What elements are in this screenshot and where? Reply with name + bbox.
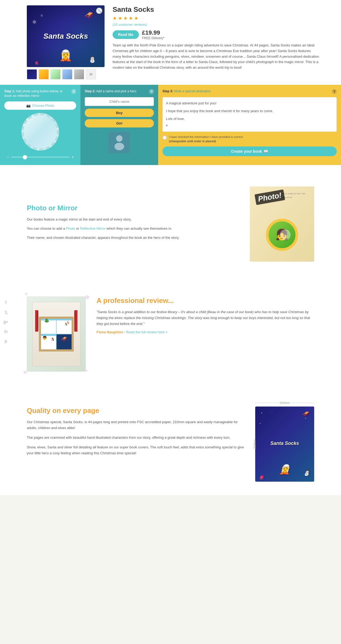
author-separator: -	[124, 330, 126, 334]
book-title-overlay: Santa Socks	[43, 32, 88, 41]
product-images: 🛷 ❄ ❄ Santa Socks 🧝 ⛄ 🧶 🔍 30	[27, 5, 105, 79]
divider-2	[0, 275, 341, 283]
info-correct-row: I have checked the information I have pr…	[162, 135, 337, 143]
step-1-header: Step 1: Add photo using button below, or…	[4, 89, 76, 98]
pinterest-icon[interactable]: p	[2, 338, 10, 345]
reflective-mirror-link[interactable]: Reflective Mirror	[80, 226, 106, 230]
snowflake-deco-3: ❋	[23, 369, 27, 375]
review-book-image-container: ❄ ✽ ❋ ❄ 🎄 🦌 🐧	[27, 297, 86, 372]
step-1-label-strong: Step 1:	[4, 89, 15, 93]
step-3-header: Step 3: Write a special dedication ?	[162, 89, 337, 94]
quality-text: Quality on every page Our Christmas spec…	[27, 407, 244, 460]
step-1-panel: Step 1: Add photo using button below, or…	[0, 85, 80, 165]
linkedin-icon[interactable]: in	[2, 328, 10, 335]
photo-mirror-title: Photo or Mirror	[27, 204, 239, 212]
window-illustration: 🎄 🦌 🐧 👦 🐧 🛷	[39, 317, 74, 352]
photo-mirror-para2: You can choose to add a Photo or Reflect…	[27, 226, 239, 232]
girl-button[interactable]: Girl	[85, 119, 154, 127]
step-3-help-button[interactable]: ?	[332, 89, 337, 94]
facebook-icon[interactable]: f	[2, 299, 10, 306]
product-section: 🛷 ❄ ❄ Santa Socks 🧝 ⛄ 🧶 🔍 30 Santa Socks	[0, 0, 341, 85]
review-title: A professional review...	[97, 297, 314, 305]
snowman-art: ⛄	[303, 469, 310, 476]
star-3: ★	[123, 15, 128, 21]
main-product-image: 🛷 ❄ ❄ Santa Socks 🧝 ⛄ 🧶 🔍	[27, 5, 105, 67]
photo-mirror-section: Photo or Mirror Our books feature a magi…	[0, 173, 341, 275]
thumbnail-1[interactable]	[27, 69, 37, 79]
product-description: Team up with the North Pole Elves on a s…	[113, 43, 320, 71]
dedication-text-box[interactable]: A magical adventure just for you! I hope…	[162, 97, 337, 132]
zoom-slider-thumb[interactable]	[23, 155, 27, 159]
dedication-line-3: Lots of love,	[166, 116, 333, 122]
step-3-label: Step 3: Write a special dedication	[162, 89, 330, 94]
info-correct-label: I have checked the information I have pr…	[169, 135, 243, 143]
review-book-cover: ❄ ✽ ❋ ❄ 🎄 🦌 🐧	[27, 297, 86, 372]
glare-effect	[280, 229, 291, 240]
step-3-write-link[interactable]: Write a special dedication	[174, 89, 211, 93]
avatar-placeholder	[109, 132, 130, 153]
zoom-slider-row: − +	[4, 154, 76, 161]
photo-mirror-para3: Their name, and chosen illustrated chara…	[27, 235, 239, 241]
child-name-input[interactable]	[85, 97, 154, 106]
snowflake-deco-1: ❄	[24, 291, 28, 297]
product-title: Santa Socks	[113, 5, 320, 14]
quality-book-cover: ✦ ✦ ✦ ✦ 🛷 Santa Socks 🧝 ⛄ 🧶	[255, 407, 314, 482]
step-2-label-text: Add a name and pick a hero	[96, 89, 136, 93]
dedication-line-1: A magical adventure just for you!	[166, 101, 333, 106]
review-quote: "Santa Socks is a great addition to our …	[97, 309, 314, 327]
svg-point-0	[116, 135, 123, 142]
thumbnail-2[interactable]	[39, 69, 49, 79]
yarn-ball-art: 🧶	[259, 475, 264, 480]
step-2-help-button[interactable]: ?	[149, 89, 154, 94]
create-book-label: Create your book	[231, 149, 262, 153]
googleplus-icon[interactable]: g+	[2, 318, 10, 326]
quality-para3: Snow, elves, Santa and silver foil detai…	[27, 444, 244, 456]
read-full-review-link[interactable]: Read the full review here »	[126, 330, 168, 334]
quality-para2: The pages are crammed with beautiful han…	[27, 435, 244, 441]
free-delivery-label: FREE Delivery*	[142, 36, 164, 40]
thumbnail-5[interactable]	[74, 69, 84, 79]
snowflake-deco-2: ✽	[85, 294, 90, 301]
step-1-help-button[interactable]: ?	[71, 89, 76, 94]
rating-stars: ★ ★ ★ ★ ★	[113, 15, 320, 21]
checkbox-text: I have checked the information I have pr…	[169, 135, 243, 138]
step-2-header: Step 2: Add a name and pick a hero ?	[85, 89, 154, 94]
search-image-button[interactable]: 🔍	[96, 8, 102, 14]
thumbnail-6[interactable]: 30	[86, 69, 96, 79]
curtain-left	[35, 310, 38, 332]
photo-book-image-container: we're ready for bed. She puts on he Phot…	[250, 186, 314, 262]
thumbnail-4[interactable]	[62, 69, 72, 79]
choose-photo-button[interactable]: 📷 Choose Photo	[4, 101, 76, 110]
photo-book-image: we're ready for bed. She puts on he Phot…	[250, 186, 314, 262]
zoom-in-button[interactable]: +	[72, 155, 74, 160]
twitter-icon[interactable]: 𝕏	[2, 309, 10, 316]
star-2: ★	[118, 15, 122, 21]
quality-book-title: Santa Socks	[270, 440, 299, 447]
boy-button[interactable]: Boy	[85, 109, 154, 117]
checkbox-subtext: (changeable until order is placed)	[169, 139, 243, 143]
step-1-label: Step 1: Add photo using button below, or…	[4, 89, 70, 98]
reviews-link[interactable]: (10 customer reviews)	[113, 23, 147, 27]
quality-title: Quality on every page	[27, 407, 244, 415]
step-2-panel: Step 2: Add a name and pick a hero ? Boy…	[80, 85, 158, 165]
step-3-label-strong: Step 3:	[162, 89, 173, 93]
para2-post: which they can actually see themselves i…	[106, 226, 172, 230]
thumbnail-3[interactable]	[50, 69, 61, 79]
social-sidebar: f 𝕏 g+ in p	[0, 297, 12, 347]
price-info: £19.99 FREE Delivery*	[142, 29, 164, 40]
photo-link[interactable]: Photo	[66, 226, 75, 230]
inner-book-cover: 🎄 🦌 🐧 👦 🐧 🛷	[32, 302, 80, 366]
review-author: Fiona Naughton - Read the full review he…	[97, 330, 314, 334]
photo-mirror-para1: Our books feature a magic mirror at the …	[27, 217, 239, 222]
zoom-slider-track[interactable]	[11, 157, 69, 158]
star-5: ★	[134, 15, 138, 21]
zoom-out-button[interactable]: −	[6, 155, 9, 160]
divider-3	[0, 385, 341, 393]
step-2-label: Step 2: Add a name and pick a hero	[85, 89, 147, 94]
step-2-label-strong: Step 2:	[85, 89, 95, 93]
para2-pre: You can choose to add a	[27, 226, 66, 230]
create-book-button[interactable]: Create your book 📖	[162, 147, 337, 156]
read-me-button[interactable]: Read Me	[113, 30, 139, 39]
info-correct-checkbox[interactable]	[162, 136, 167, 140]
quality-section: Quality on every page Our Christmas spec…	[0, 393, 341, 495]
